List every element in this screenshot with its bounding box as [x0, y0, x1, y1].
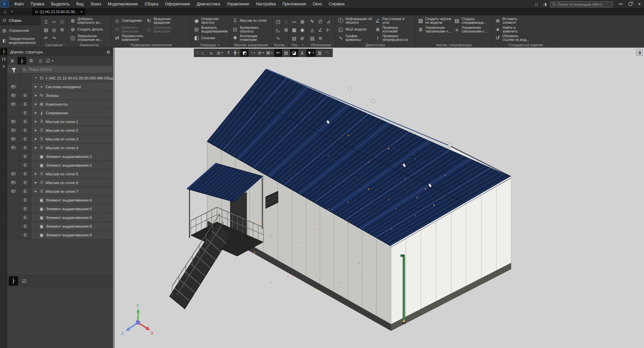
- tree-row[interactable]: ∈▣Элемент выдавливания:6: [7, 213, 113, 222]
- visibility-cell[interactable]: [7, 91, 19, 100]
- tree-row[interactable]: ∈▶⠿Массив по сетке:5: [7, 170, 113, 178]
- wave-mark-icon[interactable]: ≋: [316, 34, 324, 42]
- ribbon-tab-0[interactable]: ⊡Сборка: [0, 15, 40, 25]
- menu-item-13[interactable]: Справка: [325, 0, 348, 8]
- visibility-cell[interactable]: [7, 161, 19, 169]
- tab-close-icon[interactable]: ×: [80, 10, 82, 14]
- create-drawing-button[interactable]: ▧Создать чертежпо модели: [417, 16, 452, 25]
- geometry-collection-button[interactable]: ❖Коллекциягеометрии: [231, 34, 268, 42]
- close-button[interactable]: ×: [635, 0, 644, 8]
- ribbon-tab-1[interactable]: ▤Управление: [0, 25, 40, 36]
- flag-icon[interactable]: ⊩: [324, 25, 332, 34]
- filter-funnel-icon[interactable]: [8, 65, 20, 73]
- visibility-cell[interactable]: [7, 100, 19, 108]
- new-document-icon[interactable]: ▯: [42, 17, 50, 25]
- menu-item-7[interactable]: Оформление: [162, 0, 193, 8]
- menu-item-8[interactable]: Диагностика: [194, 0, 224, 8]
- visibility-cell[interactable]: [7, 205, 19, 213]
- continuity-check-button[interactable]: ≀Проверканепрерывности: [374, 34, 409, 42]
- structure-columns-icon[interactable]: ▥: [316, 49, 324, 57]
- tree-row[interactable]: ∈▣Элемент выдавливания:2: [7, 152, 113, 161]
- app-logo-icon[interactable]: K: [1, 1, 9, 7]
- filter-icon[interactable]: ▼▼: [306, 49, 316, 57]
- menu-item-6[interactable]: Сборка: [141, 0, 162, 8]
- structure-view-icon[interactable]: ├: [17, 57, 26, 64]
- copy-objects-button[interactable]: ⊡Копироватьобъекты: [231, 25, 268, 34]
- variables-fx-icon[interactable]: ƒx: [0, 56, 7, 62]
- rotate-rotate-button[interactable]: ↻Вращение-вращение: [145, 16, 173, 25]
- clip-geometry-icon[interactable]: ✂: [274, 49, 282, 57]
- shape-filter-icon[interactable]: ◪: [290, 49, 298, 57]
- orientation-icon[interactable]: ⇑: [224, 49, 232, 57]
- linked-specs-button[interactable]: ≡Управлениесвязанными с...: [453, 25, 488, 34]
- mass-properties-button[interactable]: ◱МЦХ модели: [337, 25, 373, 34]
- tree-row[interactable]: ▶⌖Системы координат: [7, 82, 113, 91]
- visibility-cell[interactable]: [7, 222, 19, 230]
- visibility-cell[interactable]: [7, 82, 19, 91]
- hide-objects-icon[interactable]: ⊘▼: [257, 49, 265, 57]
- visibility-cell[interactable]: [7, 143, 19, 152]
- command-search-input[interactable]: [550, 1, 613, 7]
- create-spec-button[interactable]: ▤Создатьспецификаци...: [453, 16, 488, 25]
- menu-item-1[interactable]: Правка: [28, 0, 48, 8]
- pencil-mark-icon[interactable]: ✎: [308, 17, 316, 25]
- simple-hole-button[interactable]: ◉Отверстиепростое: [193, 16, 228, 25]
- tree-row[interactable]: ∈▶⠿Массив по сетке:7: [7, 187, 113, 196]
- ribbon-tab-2[interactable]: ◧Твердотельное моделирование: [0, 36, 40, 46]
- display-mode-icon[interactable]: ◔▼: [249, 49, 257, 57]
- redo-icon[interactable]: ↷: [50, 34, 58, 42]
- relations-view-icon[interactable]: ⧉: [27, 57, 36, 64]
- tree-row[interactable]: ∈▶⠿Массив по сетке:6: [7, 178, 113, 187]
- shaded-display-icon[interactable]: ◩: [240, 49, 249, 57]
- save-as-icon[interactable]: ⧉: [58, 25, 66, 34]
- notes-icon[interactable]: ⊘: [298, 34, 306, 42]
- hide-in-components-icon[interactable]: ⊠▼: [265, 49, 274, 57]
- tree-structure-tab-icon[interactable]: ├: [9, 276, 18, 286]
- tree-row[interactable]: ∈▣Элемент выдавливания:3: [7, 161, 113, 170]
- visibility-cell[interactable]: [7, 109, 19, 117]
- tree-row[interactable]: ∈▶⠿Массив по сетке:3: [7, 135, 113, 143]
- spline-icon[interactable]: ∿: [274, 34, 282, 42]
- menu-item-2[interactable]: Выделить: [48, 0, 73, 8]
- minimize-button[interactable]: [616, 0, 625, 8]
- create-part-button[interactable]: ⊚Создать деталь: [69, 25, 104, 34]
- visibility-cell[interactable]: [7, 231, 19, 239]
- drag-grip[interactable]: ⠿: [195, 49, 200, 57]
- menu-item-10[interactable]: Настройка: [253, 0, 279, 8]
- undo-icon[interactable]: ↶: [42, 34, 50, 42]
- tree-row-root[interactable]: ▼⊡(−)НС.21.15.60-01.00.00.000-КМ Общая с: [7, 74, 113, 82]
- curvature-graph-button[interactable]: ∿Графиккривизны: [337, 34, 373, 42]
- grid-table-icon[interactable]: ▤: [290, 34, 298, 42]
- slope-icon[interactable]: ⊿: [324, 17, 332, 25]
- cut-extrude-button[interactable]: ⊟Вырезатьвыдавливанием: [193, 25, 228, 34]
- mirror-component-button[interactable]: ◫Зеркальноеотражение ко...: [69, 34, 104, 42]
- collapse-panel-icon[interactable]: ◨: [636, 49, 643, 56]
- axes-icon[interactable]: ╋▼: [232, 49, 240, 57]
- object-info-button[interactable]: ⓘИнформация обобъекте: [337, 16, 373, 25]
- sheet-view-icon[interactable]: ▤: [282, 49, 290, 57]
- linked-drawings-button[interactable]: ≣Управлениесвязанными ч...: [417, 25, 452, 34]
- diameter-icon[interactable]: ∅: [316, 17, 324, 25]
- visibility-cell[interactable]: [7, 213, 19, 222]
- display-filter-icon[interactable]: ☑▼: [46, 57, 54, 64]
- tree-row[interactable]: ∈▣Элемент выдавливания:4: [7, 196, 113, 205]
- local-cs-icon[interactable]: ⊾: [208, 49, 216, 57]
- menu-item-0[interactable]: Файл: [11, 0, 28, 8]
- panel-menu-icon[interactable]: ≡: [0, 63, 7, 70]
- show-panels-icon[interactable]: ◨: [541, 1, 549, 7]
- print-icon[interactable]: ▤: [42, 25, 50, 34]
- move-component-button[interactable]: ⇄Переместитькомпонент: [113, 34, 144, 42]
- tree-row[interactable]: ∈▶⊞Компоненты: [7, 100, 113, 109]
- angle-mark-icon[interactable]: ∠: [316, 25, 324, 34]
- spec-list-tab-icon[interactable]: ☑: [19, 276, 29, 286]
- document-tab[interactable]: ⊡ (1) НС.21.15.60-01.00... ×: [32, 8, 85, 15]
- menu-item-9[interactable]: Управление: [223, 0, 253, 8]
- section-button[interactable]: ◧Сечение: [193, 34, 228, 42]
- hatch-region-icon[interactable]: ▦: [290, 25, 298, 34]
- panel-splitter[interactable]: [113, 48, 115, 348]
- tree-panel-icon[interactable]: ├: [0, 48, 7, 55]
- visibility-cell[interactable]: [7, 117, 19, 126]
- tree-row[interactable]: ∈▶⠿Массив по сетке:2: [7, 126, 113, 135]
- tree-row[interactable]: ∈▣Элемент выдавливания:8: [7, 222, 113, 231]
- menu-item-4[interactable]: Эскиз: [87, 0, 104, 8]
